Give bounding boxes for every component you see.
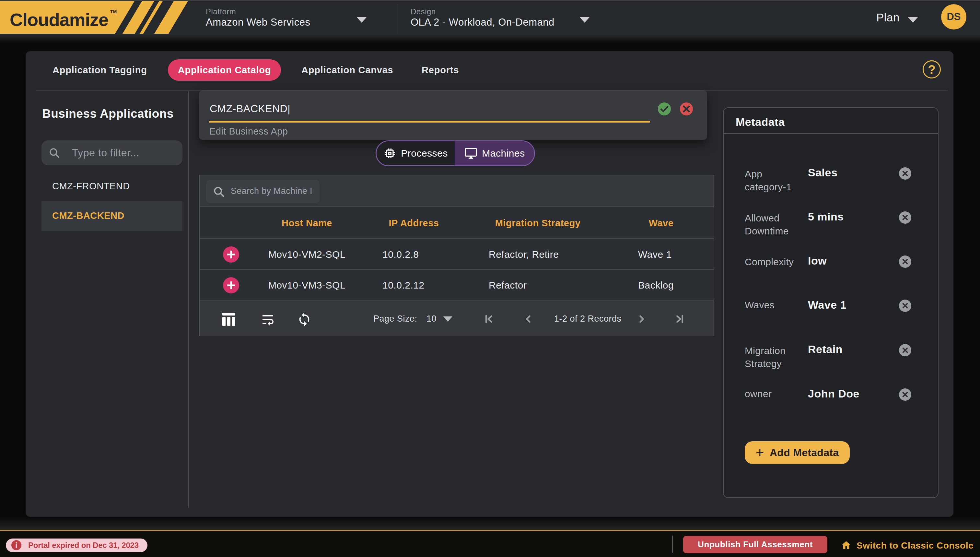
svg-text:Cloudamize: Cloudamize [10, 10, 108, 30]
svg-text:TM: TM [110, 9, 117, 14]
